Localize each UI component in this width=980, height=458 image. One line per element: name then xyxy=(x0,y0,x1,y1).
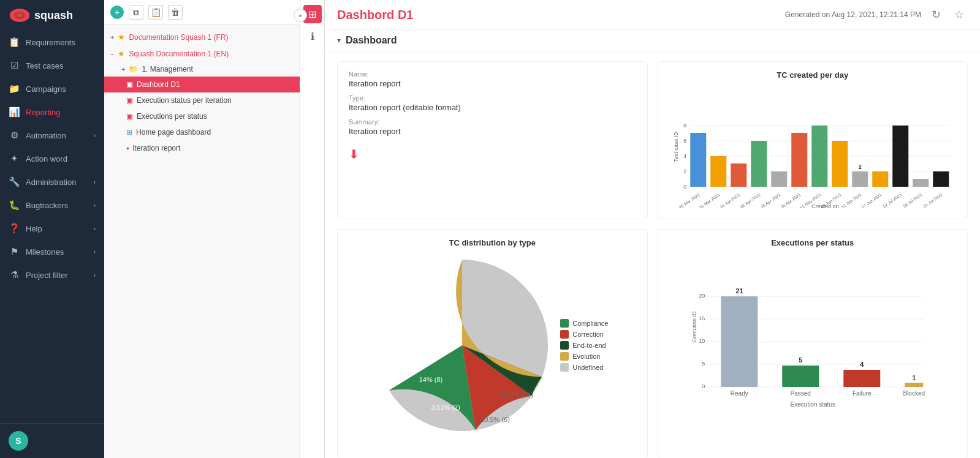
svg-text:2: 2 xyxy=(777,164,780,170)
svg-rect-29 xyxy=(791,133,807,187)
tree-item-iteration-report[interactable]: ▪ Iteration report xyxy=(104,140,300,156)
sidebar-label-action-word: Action word xyxy=(26,154,67,163)
svg-text:17 Jun 2021: 17 Jun 2021 xyxy=(860,192,883,208)
svg-text:10.5% (6): 10.5% (6) xyxy=(481,416,510,423)
report-icon-exec-status: ▣ xyxy=(126,96,133,105)
sidebar-collapse-button[interactable]: « xyxy=(294,9,307,22)
svg-text:2: 2 xyxy=(878,164,881,170)
svg-text:Ready: Ready xyxy=(730,390,748,397)
svg-text:0: 0 xyxy=(683,184,686,190)
section-chevron[interactable]: ▾ xyxy=(337,36,341,45)
sidebar-item-test-cases[interactable]: ☑ Test cases xyxy=(0,54,104,77)
info-row-name: Name: Iteration report xyxy=(349,70,636,88)
svg-text:11 Jun 2021: 11 Jun 2021 xyxy=(840,192,862,208)
pie-labels-svg: 54.4% (31) 17.5% (10) 14% (8) 3.51% (2) … xyxy=(406,278,578,449)
sidebar-item-action-word[interactable]: ✦ Action word xyxy=(0,147,104,170)
folder-icon-management: 📁 xyxy=(129,65,138,73)
expand-icon-proj1: + xyxy=(110,34,114,41)
type-label: Type: xyxy=(349,94,636,102)
svg-text:6: 6 xyxy=(838,133,841,140)
bugtrackers-icon: 🐛 xyxy=(9,200,20,211)
report-name-exec-per-status: Executions per status xyxy=(137,112,207,121)
tree-project-en[interactable]: − ★ Squash Documentation 1 (EN) xyxy=(104,45,300,62)
automation-icon: ⚙ xyxy=(9,130,20,141)
refresh-button[interactable]: ↻ xyxy=(927,6,944,23)
svg-rect-32 xyxy=(811,126,827,187)
svg-rect-20 xyxy=(731,163,746,187)
tc-per-day-svg: Test case ID 0 2 4 6 8 7 26 Mar 2021 xyxy=(667,86,959,208)
summary-label: Summary: xyxy=(349,118,636,126)
sidebar-item-reporting[interactable]: 📊 Reporting xyxy=(0,100,104,124)
svg-text:8: 8 xyxy=(898,118,902,124)
side-iconbar: ⊞ ℹ « xyxy=(300,0,325,458)
svg-rect-23 xyxy=(751,141,767,187)
report-icon-iteration: ▪ xyxy=(126,144,129,152)
side-icon-info[interactable]: ℹ xyxy=(303,27,322,45)
project-filter-arrow: › xyxy=(94,272,96,279)
tc-per-day-title: TC created per day xyxy=(667,70,959,80)
report-icon-exec-per-status: ▣ xyxy=(126,112,133,121)
favorite-button[interactable]: ☆ xyxy=(951,6,968,23)
sidebar-item-milestones[interactable]: ⚑ Milestones › xyxy=(0,240,104,263)
tree-add-button[interactable]: + xyxy=(110,6,124,19)
sidebar-label-project-filter: Project filter xyxy=(26,271,68,280)
info-row-type: Type: Iteration report (editable format) xyxy=(349,94,636,112)
main-header: Dashbord D1 Generated on Aug 12, 2021, 1… xyxy=(325,0,980,30)
report-name-iteration: Iteration report xyxy=(132,144,180,152)
svg-text:8: 8 xyxy=(818,118,821,124)
tree-toolbar: + ⧉ 📋 🗑 xyxy=(104,0,300,25)
sidebar-item-administration[interactable]: 🔧 Administration › xyxy=(0,170,104,193)
svg-text:16 Jul 2021: 16 Jul 2021 xyxy=(902,192,923,208)
sidebar-item-automation[interactable]: ⚙ Automation › xyxy=(0,124,104,147)
executions-per-status-chart: Executions per status Execution ID 0 5 1… xyxy=(658,229,968,458)
name-value: Iteration report xyxy=(349,79,636,88)
tree-item-execution-status[interactable]: ▣ Dashboard Execution status per iterati… xyxy=(104,92,300,108)
tree-copy-button[interactable]: ⧉ xyxy=(129,5,143,20)
pie-with-labels: 54.4% (31) 17.5% (10) 14% (8) 3.51% (2) … xyxy=(346,278,639,449)
expand-icon-proj2: − xyxy=(110,50,114,58)
tree-folder-management[interactable]: + 📁 1. Management xyxy=(104,62,300,77)
svg-text:21: 21 xyxy=(735,287,743,295)
exec-per-status-svg: Execution ID 0 5 10 15 20 21 Ready 5 xyxy=(667,253,959,413)
tree-item-dashbord-d1[interactable]: ▣ Dashbord D1 xyxy=(104,77,300,92)
svg-text:20 Apr 2021: 20 Apr 2021 xyxy=(780,192,802,208)
svg-text:15: 15 xyxy=(699,315,705,321)
administration-arrow: › xyxy=(94,179,96,186)
svg-text:2: 2 xyxy=(939,164,942,170)
reporting-icon: 📊 xyxy=(9,107,20,118)
svg-rect-47 xyxy=(913,179,929,187)
svg-text:4: 4 xyxy=(683,153,686,159)
svg-text:6: 6 xyxy=(683,138,686,144)
tree-delete-button[interactable]: 🗑 xyxy=(168,5,183,20)
svg-text:Execution ID: Execution ID xyxy=(691,311,697,343)
home-icon-dashboard: ⊞ xyxy=(126,128,132,137)
action-word-icon: ✦ xyxy=(9,153,20,164)
main-content: Dashbord D1 Generated on Aug 12, 2021, 1… xyxy=(325,0,980,458)
user-avatar[interactable]: S xyxy=(9,431,28,451)
sidebar-item-help[interactable]: ❓ Help › xyxy=(0,217,104,240)
sidebar-item-bugtrackers[interactable]: 🐛 Bugtrackers › xyxy=(0,193,104,217)
report-name-home-dashboard: Home page dashboard xyxy=(136,128,211,137)
proj1-name: Documentation Squash 1 (FR) xyxy=(129,33,228,42)
svg-rect-72 xyxy=(782,366,819,387)
help-icon: ❓ xyxy=(9,223,20,234)
tree-project-fr[interactable]: + ★ Documentation Squash 1 (FR) xyxy=(104,29,300,45)
sidebar-label-bugtrackers: Bugtrackers xyxy=(26,201,68,210)
sidebar-item-campaigns[interactable]: 📁 Campaigns xyxy=(0,77,104,100)
sidebar-label-test-cases: Test cases xyxy=(26,61,63,70)
svg-text:8: 8 xyxy=(683,122,686,129)
automation-arrow: › xyxy=(94,132,96,139)
sidebar-item-project-filter[interactable]: ⚗ Project filter › xyxy=(0,263,104,287)
download-button[interactable]: ⬇ xyxy=(349,147,359,162)
svg-text:Passed: Passed xyxy=(790,390,810,397)
info-card: Name: Iteration report Type: Iteration r… xyxy=(337,61,648,219)
info-row-summary: Summary: Iteration report xyxy=(349,118,636,136)
tree-item-executions-per-status[interactable]: ▣ Executions per status xyxy=(104,108,300,124)
tree-paste-button[interactable]: 📋 xyxy=(148,5,163,20)
svg-text:Failure: Failure xyxy=(852,390,871,397)
svg-text:31 Mar 2021: 31 Mar 2021 xyxy=(698,192,720,208)
expand-mgmt-icon: + xyxy=(121,66,125,73)
sidebar-item-requirements[interactable]: 📋 Requirements xyxy=(0,31,104,54)
dashboard-section-header: ▾ Dashboard xyxy=(325,30,980,51)
tree-item-home-page-dashboard[interactable]: ⊞ Home page dashboard xyxy=(104,124,300,140)
